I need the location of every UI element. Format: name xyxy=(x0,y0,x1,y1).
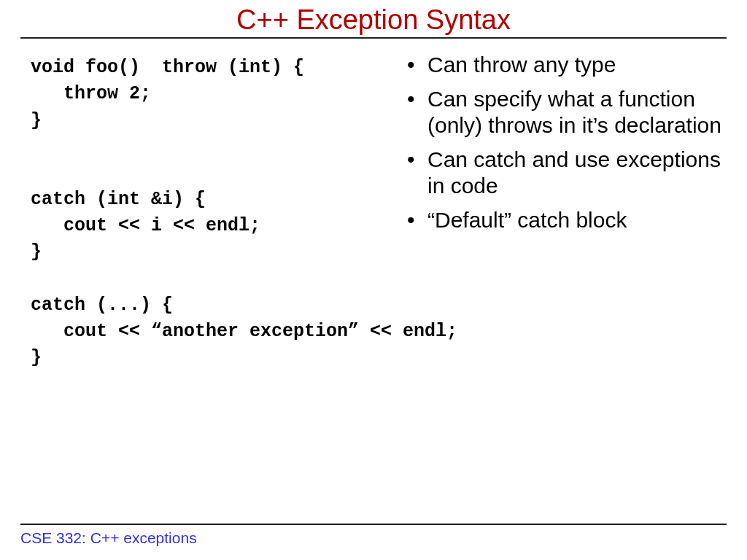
list-item: “Default” catch block xyxy=(407,207,743,234)
slide: C++ Exception Syntax void foo() throw (i… xyxy=(0,0,747,560)
slide-content: void foo() throw (int) { throw 2; } catc… xyxy=(20,39,727,491)
code-gap xyxy=(31,266,483,292)
code-line: cout << “another exception” << endl; xyxy=(31,319,483,345)
footer-text: CSE 332: C++ exceptions xyxy=(20,525,727,547)
slide-title: C++ Exception Syntax xyxy=(20,0,727,37)
slide-footer: CSE 332: C++ exceptions xyxy=(20,524,727,547)
code-line: } xyxy=(31,345,483,371)
list-item: Can catch and use exceptions in code xyxy=(407,147,743,200)
list-item: Can throw any type xyxy=(407,52,743,79)
bullet-list: Can throw any type Can specify what a fu… xyxy=(407,52,743,241)
list-item: Can specify what a function (only) throw… xyxy=(407,86,743,139)
code-line: } xyxy=(31,239,483,265)
code-line: catch (...) { xyxy=(31,292,483,319)
